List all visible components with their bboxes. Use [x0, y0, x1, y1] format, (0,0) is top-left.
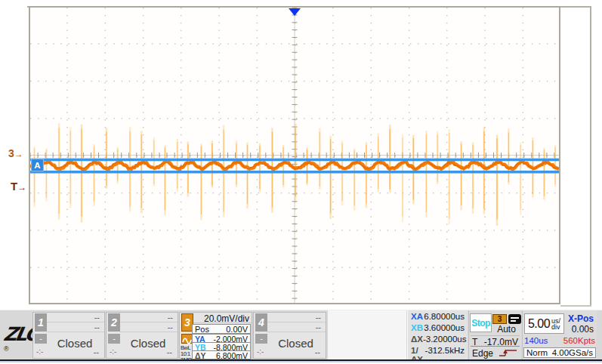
brand-logo: ZLG®: [4, 323, 36, 364]
channel2-info-row2: --: [120, 322, 178, 332]
xb-label: XB: [411, 323, 423, 335]
rising-edge-icon: [499, 348, 518, 359]
trigger-level-marker[interactable]: T→: [11, 180, 26, 193]
channel4-info-row2: --: [267, 322, 326, 332]
invdx-value: -312.5kHz: [425, 346, 465, 357]
trigger-type-label: Edge: [472, 348, 493, 359]
channel4-coupling: -:-: [257, 347, 264, 356]
dy-label: ΔY: [195, 351, 206, 359]
dy-value: 6.800mV: [216, 351, 248, 359]
yb-label: YB: [195, 343, 206, 350]
xa-value: 6.80000us: [424, 312, 465, 323]
acquisition-mode: Norm: [526, 348, 548, 357]
xa-label: XA: [411, 312, 423, 323]
timebase-scale-unit: us/div: [551, 318, 560, 330]
capture-row: 140us 560Kpts: [524, 336, 595, 347]
cursor-a-badge[interactable]: A: [32, 159, 44, 171]
sine-wave-icon: [181, 334, 193, 344]
panel-bottom-accent: [0, 361, 602, 362]
xb-value: 3.60000us: [424, 323, 465, 335]
dx-label: ΔX: [411, 335, 423, 346]
channel3-position-marker[interactable]: 3→: [8, 147, 23, 159]
channel2-info-row1: --: [120, 313, 178, 322]
memory-depth: 560Kpts: [563, 336, 595, 347]
channel2-box[interactable]: -- -- 2 - Closed -:- --: [106, 312, 178, 359]
cursor-invdx-row: 1/ΔX -312.5kHz: [411, 346, 465, 357]
trigger-type-row[interactable]: Edge: [471, 348, 520, 359]
ya-value: -2.000mV: [213, 335, 248, 342]
svg-text:A: A: [34, 161, 40, 170]
cursor-xb-row: XB 3.60000us: [411, 323, 465, 335]
channel1-coupling: -:-: [36, 347, 43, 356]
cursor-dx-row: ΔX -3.20000us: [411, 335, 465, 346]
cursor-xa-row: XA 6.80000us: [411, 312, 465, 323]
acquisition-row: Norm 4.00GSa/s: [523, 347, 596, 358]
channel3-position[interactable]: Pos 0.00V: [192, 324, 251, 334]
screen-frame-bottom: [560, 305, 591, 307]
channel3-pos-value: 0.00V: [226, 325, 248, 333]
graticule-area[interactable]: A: [29, 6, 560, 304]
trigger-sweep-mode[interactable]: Auto: [491, 324, 522, 335]
registered-mark: ®: [4, 345, 9, 353]
channel1-badge[interactable]: 1: [35, 313, 47, 332]
channel4-box[interactable]: -- -- 4 - Closed -:- --: [253, 312, 326, 359]
trigger-level-label: T: [472, 337, 477, 346]
cursor-dy-row: ΔY 6.800mV: [192, 350, 251, 359]
ya-label: YA: [195, 335, 205, 342]
timebase-scale-value: 5.00: [528, 317, 550, 331]
channel2-offset: --: [167, 347, 172, 356]
xpos-label[interactable]: X-Pos: [568, 313, 594, 324]
timebase-box: 5.00 us/div X-Pos 0.00s 140us 560Kpts No…: [522, 310, 597, 360]
cursor-yb-line[interactable]: [30, 171, 559, 174]
trigger-menu-icon[interactable]: [508, 314, 521, 324]
trigger-source-badge[interactable]: 3: [492, 314, 507, 324]
panel-message-area: [328, 310, 406, 360]
cursor-ya-line[interactable]: [30, 159, 559, 162]
dx-value: -3.20000us: [423, 335, 467, 346]
trigger-level-value: -17.0mV: [484, 337, 518, 346]
channel3-pos-label: Pos: [195, 325, 209, 333]
channel4-badge[interactable]: 4: [255, 313, 267, 332]
right-arrow-icon: →: [14, 149, 23, 159]
invdx-label: 1/ΔX: [411, 346, 425, 357]
channel1-info-row1: --: [47, 313, 104, 322]
status-bar: ZLG® -- -- 1 - Closed -:- -- -- -- 2 - C…: [0, 310, 602, 360]
timebase-scale-cell[interactable]: 5.00 us/div: [524, 313, 564, 334]
channel4-info-row1: --: [267, 313, 326, 322]
trigger-box: Stop 3 Auto T -17.0mV Edge: [468, 310, 521, 360]
run-stop-button[interactable]: Stop: [470, 313, 492, 332]
cursor-readout-box: XA 6.80000us XB 3.60000us ΔX -3.20000us …: [407, 310, 468, 360]
channel1-info-row2: --: [47, 322, 104, 332]
screen-frame-right: [590, 6, 591, 307]
waveform-display: A: [30, 8, 559, 303]
channel3-box[interactable]: 20.0mV/div 3 Pos 0.00V BwL 10:1 1MΩ YA -…: [179, 312, 252, 359]
channel4-offset: --: [315, 347, 320, 356]
yb-value: -8.800mV: [213, 343, 248, 350]
xpos-value: 0.00s: [572, 324, 594, 335]
channel3-scale[interactable]: 20.0mV/div: [193, 313, 252, 323]
channel1-box[interactable]: -- -- 1 - Closed -:- --: [32, 312, 105, 359]
channel2-coupling: -:-: [110, 347, 116, 356]
trigger-level-row[interactable]: T -17.0mV: [471, 335, 520, 347]
oscilloscope-app: A 3→ T→ ZLG® -- -- 1 - Closed -:- -- -- …: [0, 0, 602, 364]
sample-rate: 4.00GSa/s: [552, 348, 593, 357]
trigger-position-marker[interactable]: [289, 8, 301, 16]
right-arrow-icon: →: [17, 182, 26, 193]
capture-span: 140us: [524, 336, 548, 347]
channel1-offset: --: [94, 347, 99, 356]
channel2-badge[interactable]: 2: [108, 313, 120, 332]
